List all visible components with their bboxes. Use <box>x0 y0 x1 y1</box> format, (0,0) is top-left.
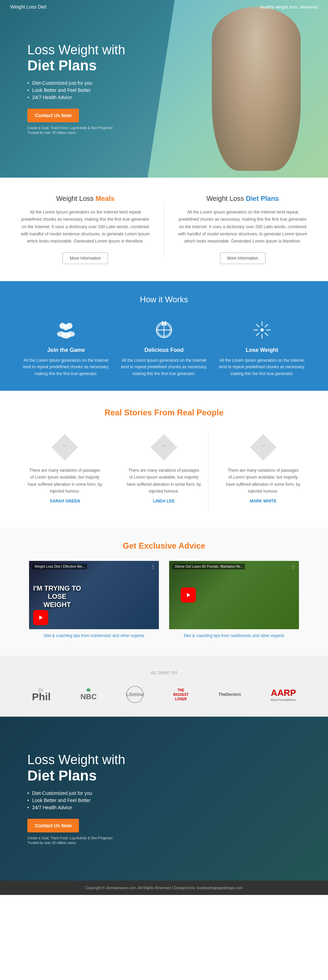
hero-section: Weight Loss Diet healthy weight loss, de… <box>0 0 328 178</box>
diet-plans-title: Weight Loss Diet Plans <box>178 195 308 202</box>
how-it-works-section: How it Works Join the Game All the Lorem… <box>0 281 328 391</box>
delicious-food-title: Delicious Food <box>119 347 210 353</box>
how-col-join: Join the Game All the Lorem Ipsum genera… <box>21 318 112 377</box>
hero2-title-bold: Diet Plans <box>27 768 126 784</box>
story-name-linda: Linda Lee <box>126 499 202 503</box>
stories-heading-plain: Real Stories From <box>105 408 177 417</box>
hero-title-bold: Diet Plans <box>27 58 126 73</box>
footer-text: Copyright © domainname.com. All Rights R… <box>10 886 318 890</box>
advice-heading-accent: Advice <box>178 541 205 550</box>
video-play-button-1[interactable] <box>33 610 48 625</box>
stories-columns: " There are many variations of passages … <box>21 431 307 511</box>
video-row: Weight Loss Diet | Effective We... ⋮ I'm… <box>21 561 307 639</box>
story-item-sarah: " There are many variations of passages … <box>21 431 109 511</box>
hero2-bullets-list: Diet-Customized just for you Look Better… <box>27 791 126 810</box>
video-caption-2: Diet & coaching tips from nutritionists … <box>169 633 299 639</box>
story-text-sarah: There are many variations of passages of… <box>27 467 102 495</box>
brand-biggest-loser: THEBIGGESTLOSER <box>173 688 189 701</box>
hero-sub-text: Create a Goal, Track Food, Log Activity … <box>27 126 126 135</box>
svg-line-20 <box>256 333 260 336</box>
hero-bullet-3: 24/7 Health Advice <box>27 95 126 100</box>
hero-person-image <box>212 7 301 171</box>
brands-row: Dr. Phil 🦚 NBC Lifetime THEBIGGESTLOSER … <box>21 686 307 703</box>
hero-title-light: Loss Weight with <box>27 42 126 58</box>
join-game-title: Join the Game <box>21 347 112 353</box>
meals-more-info-button[interactable]: More Information <box>62 253 108 264</box>
delicious-food-text: All the Lorem Ipsum generators on the In… <box>119 357 210 377</box>
how-col-food: Delicious Food All the Lorem Ipsum gener… <box>119 318 210 377</box>
video-play-button-2[interactable] <box>181 587 196 603</box>
svg-line-18 <box>265 333 268 336</box>
diet-plans-more-info-button[interactable]: More Information <box>220 253 266 264</box>
video-label-1: Weight Loss Diet | Effective We... <box>32 563 87 570</box>
svg-marker-22 <box>187 593 190 597</box>
brand-the-doctors: TheDoctors <box>218 692 241 697</box>
video-card-2: Obese Girl Loses 66 Pounds, Maintains He… <box>169 561 299 639</box>
hero-bullet-1: Diet-Customized just for you <box>27 80 126 86</box>
quote-icon-2: " <box>151 434 177 460</box>
site-logo: Weight Loss Diet <box>10 4 46 10</box>
video-card-1: Weight Loss Diet | Effective We... ⋮ I'm… <box>29 561 159 639</box>
quote-icon-3: " <box>250 434 276 460</box>
delicious-food-icon <box>152 318 176 342</box>
meals-title: Weight Loss Meals <box>21 195 150 202</box>
story-text-mark: There are many variations of passages of… <box>226 467 301 495</box>
meals-column: Weight Loss Meals All the Lorem Ipsum ge… <box>21 195 150 264</box>
hero-bullet-2: Look Better and Feel Better <box>27 88 126 93</box>
svg-line-19 <box>265 324 268 327</box>
hero-bullets-list: Diet-Customized just for you Look Better… <box>27 80 126 100</box>
how-works-heading: How it Works <box>21 295 307 304</box>
svg-rect-11 <box>165 321 166 326</box>
meals-plans-section: Weight Loss Meals All the Lorem Ipsum ge… <box>0 178 328 281</box>
advice-heading: Get Exclusive Advice <box>21 541 307 550</box>
video-thumbnail-2[interactable]: Obese Girl Loses 66 Pounds, Maintains He… <box>169 561 299 629</box>
story-name-mark: Mark White <box>226 499 301 503</box>
brand-nbc: 🦚 NBC <box>80 688 97 701</box>
svg-point-5 <box>61 332 71 339</box>
video-thumbnail-1[interactable]: Weight Loss Diet | Effective We... ⋮ I'm… <box>29 561 159 629</box>
advice-heading-plain: Get Exclusive <box>123 541 178 550</box>
navigation-bar: Weight Loss Diet healthy weight loss, de… <box>0 0 328 14</box>
brand-aarp: AARP Real Possibilities <box>271 687 296 702</box>
svg-point-12 <box>260 328 264 332</box>
lose-weight-text: All the Lorem Ipsum generators on the In… <box>216 357 307 377</box>
video-label-2: Obese Girl Loses 66 Pounds, Maintains He… <box>172 563 245 570</box>
hero2-bullet-3: 24/7 Health Advice <box>27 805 126 810</box>
hero-cta-button[interactable]: Contact Us Now <box>27 109 79 122</box>
lose-weight-icon <box>250 318 274 342</box>
real-stories-section: Real Stories From Real People " There ar… <box>0 391 328 528</box>
video-options-icon-2[interactable]: ⋮ <box>291 564 296 570</box>
hero2-content: Loss Weight with Diet Plans Diet-Customi… <box>0 752 126 845</box>
how-works-columns: Join the Game All the Lorem Ipsum genera… <box>21 318 307 377</box>
brand-lifetime: Lifetime <box>126 686 143 703</box>
svg-line-17 <box>256 324 260 327</box>
meals-body-text: All the Lorem Ipsum generators on the In… <box>21 209 150 245</box>
how-col-weight: Lose Weight All the Lorem Ipsum generato… <box>216 318 307 377</box>
column-divider <box>164 202 164 257</box>
video-options-icon-1[interactable]: ⋮ <box>151 564 156 570</box>
seen-on-section: as seen on Dr. Phil 🦚 NBC Lifetime THEBI… <box>0 656 328 717</box>
video-caption-1: Diet & coaching tips from nutritionists … <box>29 633 159 639</box>
hero2-section: Loss Weight with Diet Plans Diet-Customi… <box>0 717 328 881</box>
site-tagline: healthy weight loss, delivered <box>260 5 318 10</box>
hero2-cta-button[interactable]: Contact Us Now <box>27 819 79 832</box>
join-game-icon <box>54 318 78 342</box>
story-item-mark: " There are many variations of passages … <box>219 431 307 511</box>
hero2-title-light: Loss Weight with <box>27 752 126 768</box>
video-top-bar-1: Weight Loss Diet | Effective We... ⋮ <box>29 563 159 570</box>
story-item-linda: " There are many variations of passages … <box>119 431 209 511</box>
brand-dr-phil: Dr. Phil <box>32 687 51 701</box>
stories-heading: Real Stories From Real People <box>21 408 307 417</box>
diet-plans-body-text: All the Lorem Ipsum generators on the In… <box>178 209 308 245</box>
svg-marker-21 <box>39 616 43 620</box>
svg-rect-10 <box>162 321 163 326</box>
hero2-sub-text: Create a Goal, Track Food, Log Activity … <box>27 836 126 845</box>
hero-content: Loss Weight with Diet Plans Diet-Customi… <box>0 42 126 135</box>
hero2-bullet-1: Diet-Customized just for you <box>27 791 126 796</box>
hero2-bullet-2: Look Better and Feel Better <box>27 798 126 803</box>
story-text-linda: There are many variations of passages of… <box>126 467 202 495</box>
stories-heading-accent: Real People <box>177 408 223 417</box>
story-name-sarah: Sarah Green <box>27 499 102 503</box>
join-game-text: All the Lorem Ipsum generators on the In… <box>21 357 112 377</box>
advice-section: Get Exclusive Advice Weight Loss Diet | … <box>0 527 328 656</box>
